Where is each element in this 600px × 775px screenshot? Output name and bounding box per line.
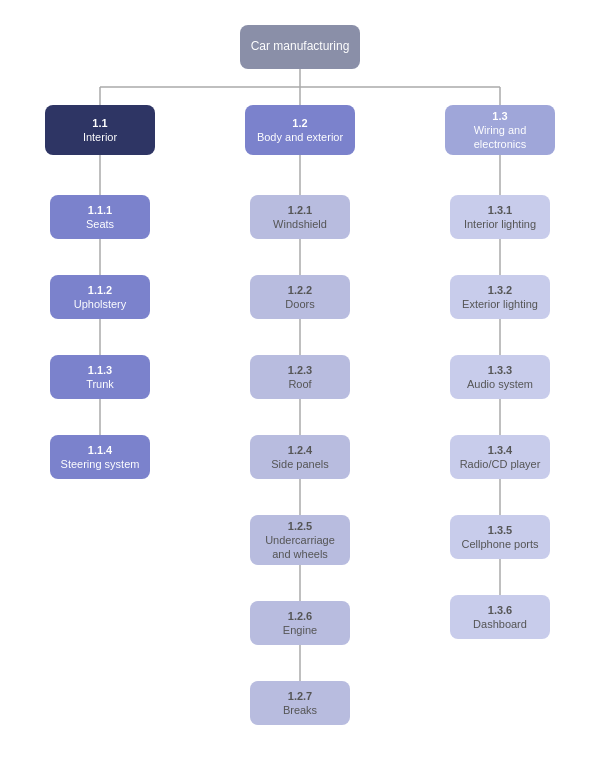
node-1-2-1: 1.2.1 Windshield xyxy=(250,195,350,239)
org-chart: Car manufacturing 1.1 Interior 1.1.1 Sea… xyxy=(0,0,600,775)
node-1-3-6: 1.3.6 Dashboard xyxy=(450,595,550,639)
node-1-1-1: 1.1.1 Seats xyxy=(50,195,150,239)
col2-label: Body and exterior xyxy=(257,130,343,144)
col1-label: Interior xyxy=(83,130,117,144)
root-node: Car manufacturing xyxy=(240,25,360,69)
col3-id: 1.3 xyxy=(492,109,507,123)
root-label: Car manufacturing xyxy=(251,39,350,55)
node-1-2-4: 1.2.4 Side panels xyxy=(250,435,350,479)
node-1-3-5: 1.3.5 Cellphone ports xyxy=(450,515,550,559)
col3-header: 1.3 Wiring and electronics xyxy=(445,105,555,155)
node-1-1-2: 1.1.2 Upholstery xyxy=(50,275,150,319)
node-1-2-6: 1.2.6 Engine xyxy=(250,601,350,645)
node-1-2-3: 1.2.3 Roof xyxy=(250,355,350,399)
node-1-3-4: 1.3.4 Radio/CD player xyxy=(450,435,550,479)
node-1-2-7: 1.2.7 Breaks xyxy=(250,681,350,725)
node-1-1-4: 1.1.4 Steering system xyxy=(50,435,150,479)
col3-label: Wiring and electronics xyxy=(453,123,547,152)
col1-header: 1.1 Interior xyxy=(45,105,155,155)
node-1-3-3: 1.3.3 Audio system xyxy=(450,355,550,399)
node-1-3-2: 1.3.2 Exterior lighting xyxy=(450,275,550,319)
node-1-2-5: 1.2.5 Undercarriage and wheels xyxy=(250,515,350,565)
node-1-2-2: 1.2.2 Doors xyxy=(250,275,350,319)
col2-header: 1.2 Body and exterior xyxy=(245,105,355,155)
node-1-1-3: 1.1.3 Trunk xyxy=(50,355,150,399)
col1-id: 1.1 xyxy=(92,116,107,130)
col2-id: 1.2 xyxy=(292,116,307,130)
node-1-3-1: 1.3.1 Interior lighting xyxy=(450,195,550,239)
